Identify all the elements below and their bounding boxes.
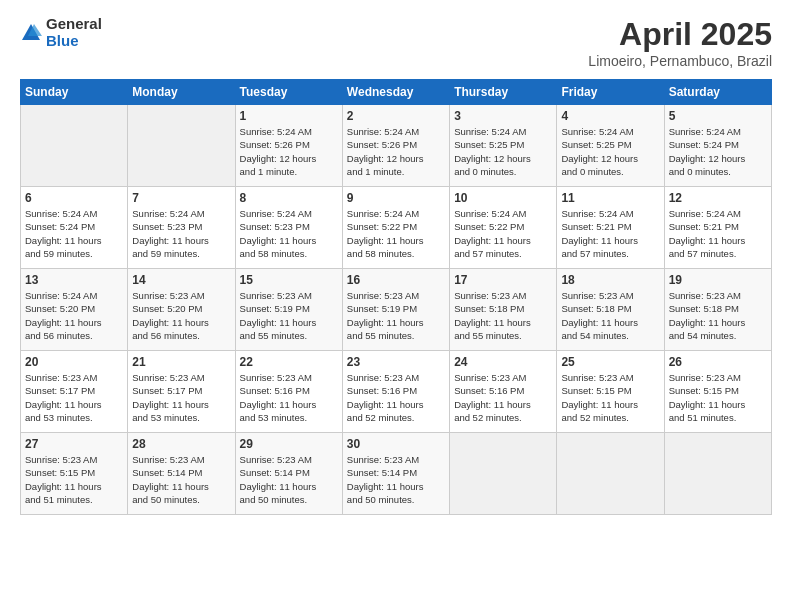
table-row: 20Sunrise: 5:23 AMSunset: 5:17 PMDayligh… (21, 351, 128, 433)
table-row: 10Sunrise: 5:24 AMSunset: 5:22 PMDayligh… (450, 187, 557, 269)
calendar-week-row: 13Sunrise: 5:24 AMSunset: 5:20 PMDayligh… (21, 269, 772, 351)
page-header: General Blue April 2025 Limoeiro, Pernam… (20, 16, 772, 69)
day-number: 5 (669, 109, 767, 123)
day-number: 4 (561, 109, 659, 123)
table-row: 29Sunrise: 5:23 AMSunset: 5:14 PMDayligh… (235, 433, 342, 515)
day-number: 19 (669, 273, 767, 287)
table-row (128, 105, 235, 187)
day-info: Sunrise: 5:24 AMSunset: 5:24 PMDaylight:… (25, 207, 123, 260)
day-number: 6 (25, 191, 123, 205)
table-row: 16Sunrise: 5:23 AMSunset: 5:19 PMDayligh… (342, 269, 449, 351)
day-number: 15 (240, 273, 338, 287)
header-saturday: Saturday (664, 80, 771, 105)
day-info: Sunrise: 5:23 AMSunset: 5:18 PMDaylight:… (669, 289, 767, 342)
day-info: Sunrise: 5:23 AMSunset: 5:18 PMDaylight:… (561, 289, 659, 342)
table-row: 6Sunrise: 5:24 AMSunset: 5:24 PMDaylight… (21, 187, 128, 269)
logo-text: General Blue (46, 16, 102, 49)
day-number: 27 (25, 437, 123, 451)
calendar-week-row: 27Sunrise: 5:23 AMSunset: 5:15 PMDayligh… (21, 433, 772, 515)
table-row: 24Sunrise: 5:23 AMSunset: 5:16 PMDayligh… (450, 351, 557, 433)
calendar-week-row: 6Sunrise: 5:24 AMSunset: 5:24 PMDaylight… (21, 187, 772, 269)
day-info: Sunrise: 5:24 AMSunset: 5:21 PMDaylight:… (561, 207, 659, 260)
day-number: 7 (132, 191, 230, 205)
calendar-week-row: 1Sunrise: 5:24 AMSunset: 5:26 PMDaylight… (21, 105, 772, 187)
day-info: Sunrise: 5:23 AMSunset: 5:16 PMDaylight:… (347, 371, 445, 424)
header-sunday: Sunday (21, 80, 128, 105)
table-row: 30Sunrise: 5:23 AMSunset: 5:14 PMDayligh… (342, 433, 449, 515)
table-row (557, 433, 664, 515)
day-number: 23 (347, 355, 445, 369)
day-number: 21 (132, 355, 230, 369)
day-number: 12 (669, 191, 767, 205)
day-number: 9 (347, 191, 445, 205)
day-info: Sunrise: 5:24 AMSunset: 5:20 PMDaylight:… (25, 289, 123, 342)
day-number: 30 (347, 437, 445, 451)
table-row: 9Sunrise: 5:24 AMSunset: 5:22 PMDaylight… (342, 187, 449, 269)
location-subtitle: Limoeiro, Pernambuco, Brazil (588, 53, 772, 69)
table-row: 11Sunrise: 5:24 AMSunset: 5:21 PMDayligh… (557, 187, 664, 269)
header-tuesday: Tuesday (235, 80, 342, 105)
day-number: 26 (669, 355, 767, 369)
table-row: 19Sunrise: 5:23 AMSunset: 5:18 PMDayligh… (664, 269, 771, 351)
day-info: Sunrise: 5:23 AMSunset: 5:19 PMDaylight:… (347, 289, 445, 342)
table-row: 14Sunrise: 5:23 AMSunset: 5:20 PMDayligh… (128, 269, 235, 351)
day-info: Sunrise: 5:24 AMSunset: 5:22 PMDaylight:… (454, 207, 552, 260)
day-info: Sunrise: 5:24 AMSunset: 5:26 PMDaylight:… (240, 125, 338, 178)
calendar-table: Sunday Monday Tuesday Wednesday Thursday… (20, 79, 772, 515)
header-monday: Monday (128, 80, 235, 105)
day-number: 28 (132, 437, 230, 451)
logo-blue: Blue (46, 33, 102, 50)
day-number: 20 (25, 355, 123, 369)
day-info: Sunrise: 5:24 AMSunset: 5:22 PMDaylight:… (347, 207, 445, 260)
calendar-week-row: 20Sunrise: 5:23 AMSunset: 5:17 PMDayligh… (21, 351, 772, 433)
day-number: 16 (347, 273, 445, 287)
day-number: 29 (240, 437, 338, 451)
day-number: 10 (454, 191, 552, 205)
day-info: Sunrise: 5:23 AMSunset: 5:17 PMDaylight:… (132, 371, 230, 424)
day-info: Sunrise: 5:23 AMSunset: 5:15 PMDaylight:… (669, 371, 767, 424)
table-row: 12Sunrise: 5:24 AMSunset: 5:21 PMDayligh… (664, 187, 771, 269)
table-row: 2Sunrise: 5:24 AMSunset: 5:26 PMDaylight… (342, 105, 449, 187)
day-number: 14 (132, 273, 230, 287)
day-info: Sunrise: 5:23 AMSunset: 5:19 PMDaylight:… (240, 289, 338, 342)
day-info: Sunrise: 5:23 AMSunset: 5:15 PMDaylight:… (561, 371, 659, 424)
day-info: Sunrise: 5:24 AMSunset: 5:24 PMDaylight:… (669, 125, 767, 178)
day-info: Sunrise: 5:24 AMSunset: 5:21 PMDaylight:… (669, 207, 767, 260)
day-info: Sunrise: 5:23 AMSunset: 5:17 PMDaylight:… (25, 371, 123, 424)
title-block: April 2025 Limoeiro, Pernambuco, Brazil (588, 16, 772, 69)
table-row (21, 105, 128, 187)
table-row: 4Sunrise: 5:24 AMSunset: 5:25 PMDaylight… (557, 105, 664, 187)
day-number: 3 (454, 109, 552, 123)
day-info: Sunrise: 5:23 AMSunset: 5:16 PMDaylight:… (240, 371, 338, 424)
logo-icon (20, 22, 42, 44)
table-row: 28Sunrise: 5:23 AMSunset: 5:14 PMDayligh… (128, 433, 235, 515)
day-info: Sunrise: 5:23 AMSunset: 5:15 PMDaylight:… (25, 453, 123, 506)
header-friday: Friday (557, 80, 664, 105)
day-info: Sunrise: 5:23 AMSunset: 5:16 PMDaylight:… (454, 371, 552, 424)
table-row: 1Sunrise: 5:24 AMSunset: 5:26 PMDaylight… (235, 105, 342, 187)
day-number: 8 (240, 191, 338, 205)
table-row: 7Sunrise: 5:24 AMSunset: 5:23 PMDaylight… (128, 187, 235, 269)
day-info: Sunrise: 5:24 AMSunset: 5:23 PMDaylight:… (240, 207, 338, 260)
day-info: Sunrise: 5:24 AMSunset: 5:23 PMDaylight:… (132, 207, 230, 260)
table-row: 26Sunrise: 5:23 AMSunset: 5:15 PMDayligh… (664, 351, 771, 433)
day-number: 25 (561, 355, 659, 369)
table-row: 17Sunrise: 5:23 AMSunset: 5:18 PMDayligh… (450, 269, 557, 351)
day-number: 17 (454, 273, 552, 287)
month-year-title: April 2025 (588, 16, 772, 53)
table-row: 23Sunrise: 5:23 AMSunset: 5:16 PMDayligh… (342, 351, 449, 433)
day-info: Sunrise: 5:23 AMSunset: 5:18 PMDaylight:… (454, 289, 552, 342)
day-info: Sunrise: 5:23 AMSunset: 5:20 PMDaylight:… (132, 289, 230, 342)
table-row: 5Sunrise: 5:24 AMSunset: 5:24 PMDaylight… (664, 105, 771, 187)
day-info: Sunrise: 5:23 AMSunset: 5:14 PMDaylight:… (240, 453, 338, 506)
table-row: 18Sunrise: 5:23 AMSunset: 5:18 PMDayligh… (557, 269, 664, 351)
table-row: 22Sunrise: 5:23 AMSunset: 5:16 PMDayligh… (235, 351, 342, 433)
table-row (664, 433, 771, 515)
day-number: 22 (240, 355, 338, 369)
day-info: Sunrise: 5:23 AMSunset: 5:14 PMDaylight:… (132, 453, 230, 506)
day-info: Sunrise: 5:24 AMSunset: 5:26 PMDaylight:… (347, 125, 445, 178)
logo: General Blue (20, 16, 102, 49)
day-info: Sunrise: 5:24 AMSunset: 5:25 PMDaylight:… (454, 125, 552, 178)
calendar-header-row: Sunday Monday Tuesday Wednesday Thursday… (21, 80, 772, 105)
day-number: 2 (347, 109, 445, 123)
